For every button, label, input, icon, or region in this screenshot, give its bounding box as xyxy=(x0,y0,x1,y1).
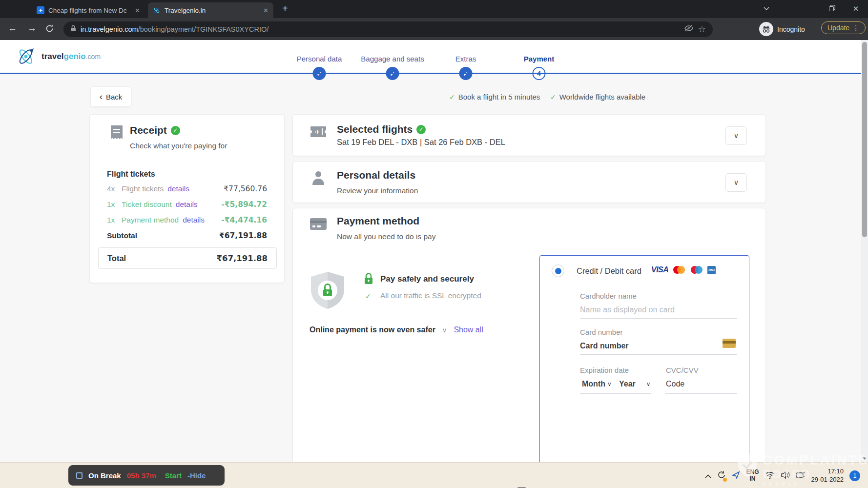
travelgenio-logo[interactable]: travelgenio.com xyxy=(16,46,101,67)
svg-text:✈: ✈ xyxy=(315,128,320,136)
back-button[interactable]: ‹ Back xyxy=(90,86,131,107)
details-link[interactable]: details xyxy=(176,200,198,209)
language-indicator[interactable]: ENGIN xyxy=(746,469,759,483)
card-brand-logos: VISA AMEX xyxy=(651,265,716,274)
tab-favicon-travelgenio xyxy=(153,6,161,14)
pen-tablet-icon[interactable] xyxy=(796,471,806,481)
browser-tab-inactive[interactable]: ✈ Cheap flights from New Delhi to ✕ xyxy=(32,2,145,18)
sync-status-icon[interactable] xyxy=(717,470,726,481)
receipt-card: Receipt✓ Check what you're paying for Fl… xyxy=(89,114,285,283)
show-all-link[interactable]: Show all xyxy=(454,325,483,334)
payment-subtitle: Now all you need to do is pay xyxy=(337,232,435,241)
benefit-item: ✓ Worldwide flights available xyxy=(550,93,645,101)
eye-off-icon[interactable] xyxy=(684,24,694,34)
break-timer-widget[interactable]: On Break 05h 37m Start -Hide xyxy=(68,465,225,486)
month-select[interactable]: Month∨ xyxy=(582,380,612,388)
credit-card-option-box: Credit / Debit card VISA AMEX Cardholder… xyxy=(539,255,749,462)
receipt-subtitle: Check what you're paying for xyxy=(130,142,227,150)
maestro-logo xyxy=(690,265,703,274)
payment-method-card: Payment method Now all you need to do is… xyxy=(292,208,766,462)
ssl-text: All our traffic is SSL encrypted xyxy=(380,291,481,300)
cardholder-input[interactable]: Name as displayed on card xyxy=(580,305,675,314)
expand-flights-button[interactable]: ∨ xyxy=(725,126,747,145)
new-tab-button[interactable]: + xyxy=(282,3,288,14)
personal-title: Personal details xyxy=(337,169,415,181)
gold-card-icon xyxy=(723,339,736,350)
chevron-left-icon: ‹ xyxy=(100,91,103,102)
wifi-icon[interactable] xyxy=(765,471,775,481)
chevron-down-icon: ∨ xyxy=(607,381,612,387)
details-link[interactable]: details xyxy=(183,216,205,224)
tab-title: Cheap flights from New Delhi to xyxy=(48,7,126,14)
forward-nav-icon[interactable]: → xyxy=(27,23,37,33)
tab-close-icon[interactable]: ✕ xyxy=(135,7,140,14)
window-restore-small-icon xyxy=(76,472,83,479)
system-tray: ENGIN 17:10 29-01-2022 1 xyxy=(705,467,860,485)
window-restore-button[interactable] xyxy=(822,1,841,16)
tray-chevron-up-icon[interactable] xyxy=(705,471,711,480)
tab-close-icon[interactable]: ✕ xyxy=(263,7,269,14)
window-minimize-button[interactable]: – xyxy=(795,1,814,16)
expand-personal-button[interactable]: ∨ xyxy=(725,173,747,192)
visa-logo: VISA xyxy=(651,265,668,274)
menu-dots-icon[interactable]: ⋮ xyxy=(852,24,859,32)
chevron-down-icon: ∨ xyxy=(646,381,651,387)
check-icon: ✓ xyxy=(449,93,455,101)
tab-favicon: ✈ xyxy=(37,6,44,14)
input-underline xyxy=(580,318,737,319)
step-label-payment: Payment xyxy=(524,55,555,63)
receipt-row: 4xFlight tickets details ₹77,560.76 xyxy=(107,184,267,193)
location-arrow-icon[interactable] xyxy=(732,471,740,481)
selected-flights-card: ✈ Selected flights✓ Sat 19 Feb DEL - DXB… xyxy=(292,114,766,156)
clock[interactable]: 17:10 29-01-2022 xyxy=(811,468,844,484)
scroll-down-arrow-icon[interactable]: ▼ xyxy=(862,456,867,461)
bookmark-star-icon[interactable]: ☆ xyxy=(698,24,706,35)
cardholder-label: Cardholder name xyxy=(580,292,637,300)
credit-card-radio[interactable] xyxy=(552,264,564,277)
year-select[interactable]: Year∨ xyxy=(619,380,651,388)
shield-lock-icon xyxy=(309,271,346,312)
input-underline xyxy=(580,354,737,355)
page-content: travelgenio.com Personal data Baggage an… xyxy=(0,40,868,462)
details-link[interactable]: details xyxy=(167,184,189,193)
receipt-title: Receipt✓ xyxy=(130,124,180,136)
chevron-down-icon[interactable]: ∨ xyxy=(442,326,447,334)
flight-ticket-icon: ✈ xyxy=(310,124,327,141)
notification-badge[interactable]: 1 xyxy=(849,470,860,481)
windows-taskbar: On Break 05h 37m Start -Hide Dw Ps S TL … xyxy=(0,462,868,488)
lock-icon xyxy=(70,25,76,34)
browser-tab-active[interactable]: Travelgenio.in ✕ xyxy=(148,2,273,18)
hide-button[interactable]: -Hide xyxy=(187,471,206,480)
incognito-icon xyxy=(759,22,773,36)
security-headline: Pay safely and securely xyxy=(380,274,474,284)
chevron-down-icon: ∨ xyxy=(734,131,739,140)
tab-search-icon[interactable] xyxy=(757,1,776,16)
card-number-input[interactable]: Card number xyxy=(580,342,629,350)
receipt-row: 1xTicket discount details -₹5,894.72 xyxy=(107,200,267,209)
payment-title: Payment method xyxy=(337,215,419,227)
check-icon: ✓ xyxy=(550,93,556,101)
cvc-input[interactable]: Code xyxy=(666,380,684,388)
start-button[interactable]: Start xyxy=(165,471,182,480)
break-status: On Break xyxy=(88,471,121,480)
tray-date: 29-01-2022 xyxy=(811,476,844,484)
card-number-label: Card number xyxy=(580,328,623,336)
check-circle-icon: ✓ xyxy=(171,126,180,135)
back-nav-icon[interactable]: ← xyxy=(8,23,17,33)
total-row: Total ₹67,191.88 xyxy=(98,247,277,269)
personal-subtitle: Review your information xyxy=(337,186,418,195)
safer-row: Online payment is now even safer ∨ Show … xyxy=(310,325,483,334)
flights-summary: Sat 19 Feb DEL - DXB | Sat 26 Feb DXB - … xyxy=(337,138,505,147)
address-bar[interactable]: in.travelgenio.com/booking/payment/TGINK… xyxy=(63,21,713,37)
reload-icon[interactable] xyxy=(45,24,54,35)
page-scrollbar[interactable]: ▼ xyxy=(861,40,868,462)
volume-icon[interactable] xyxy=(781,471,790,481)
scrollbar-thumb[interactable] xyxy=(862,42,867,237)
header-divider xyxy=(0,73,868,74)
browser-titlebar: ✈ Cheap flights from New Delhi to ✕ Trav… xyxy=(0,0,868,18)
person-icon xyxy=(311,170,325,189)
update-button[interactable]: Update ⋮ xyxy=(821,21,866,34)
check-icon: ✓ xyxy=(365,292,371,300)
window-close-button[interactable]: ✕ xyxy=(846,1,866,16)
input-underline xyxy=(580,393,651,394)
